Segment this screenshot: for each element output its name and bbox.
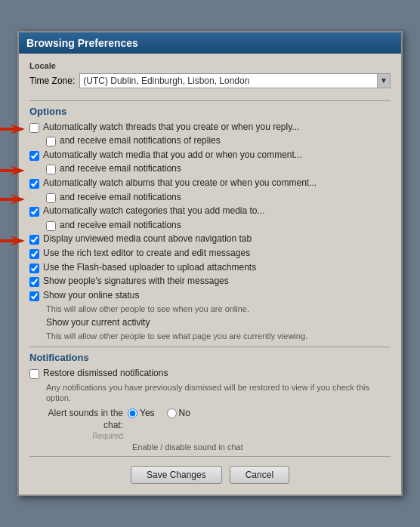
arrow-email-albums [0,193,25,208]
checkbox-restore-notifications[interactable] [29,369,39,379]
checkbox-rich-text[interactable] [29,249,39,259]
checkbox-signatures[interactable] [29,277,39,287]
label-email-albums: and receive email notifications [60,192,181,204]
option-unviewed-count: Display unviewed media count above navig… [29,233,391,245]
svg-marker-2 [0,194,25,205]
checkbox-watch-threads[interactable] [29,123,39,133]
label-online-status: Show your online status [43,290,139,302]
buttons-row: Save Changes Cancel [29,461,391,487]
radio-no-label: No [179,408,190,418]
label-email-categories: and receive email notifications [60,220,181,232]
checkbox-email-albums[interactable] [46,193,56,203]
arrow-email-media [0,164,25,180]
notifications-title: Notifications [29,352,391,363]
arrow-unviewed-count [0,234,25,250]
arrow-watch-threads [0,122,25,138]
restore-note: Any notifications you have previously di… [46,382,391,404]
label-signatures: Show people's signatures with their mess… [43,276,229,288]
option-watch-media: Automatically watch media that you add o… [29,149,391,162]
cancel-button[interactable]: Cancel [230,466,289,484]
timezone-select[interactable]: (UTC) Dublin, Edinburgh, Lisbon, London [79,73,391,88]
label-watch-media: Automatically watch media that you add o… [43,149,302,162]
options-section: Options Automatically watch threads that… [29,100,391,342]
option-email-replies: and receive email notifications of repli… [46,135,391,147]
alert-required-label: Required [29,431,123,441]
checkbox-email-replies[interactable] [46,137,56,146]
checkbox-watch-albums[interactable] [29,179,39,189]
label-watch-categories: Automatically watch categories that you … [43,205,265,217]
option-signatures: Show people's signatures with their mess… [29,276,391,288]
label-flash-uploader: Use the Flash-based uploader to upload a… [43,262,256,274]
alert-note: Enable / disable sound in chat [132,442,391,451]
timezone-label: Time Zone: [29,76,75,86]
locale-row: Time Zone: (UTC) Dublin, Edinburgh, Lisb… [29,73,391,93]
notifications-section: Notifications Restore dismissed notifica… [29,347,391,452]
option-email-media: and receive email notifications [46,163,391,175]
label-watch-albums: Automatically watch albums that you crea… [43,177,317,190]
locale-section-label: Locale [29,61,391,70]
checkbox-watch-categories[interactable] [29,207,39,217]
radio-yes[interactable] [128,408,137,418]
label-unviewed-count: Display unviewed media count above navig… [43,233,252,245]
browsing-preferences-dialog: Browsing Preferences Locale Time Zone: (… [17,31,403,497]
alert-sounds-label: Alert sounds in the chat: Required [29,408,128,441]
checkbox-flash-uploader[interactable] [29,264,39,273]
label-email-media: and receive email notifications [60,163,181,175]
option-watch-categories: Automatically watch categories that you … [29,205,391,217]
alert-row: Alert sounds in the chat: Required Yes N… [29,408,391,441]
svg-marker-0 [0,124,25,134]
option-flash-uploader: Use the Flash-based uploader to upload a… [29,262,391,274]
option-watch-threads: Automatically watch threads that you cre… [29,122,391,134]
checkbox-watch-media[interactable] [29,151,39,161]
label-email-replies: and receive email notifications of repli… [60,135,221,147]
dialog-title: Browsing Preferences [19,32,401,54]
option-online-status: Show your online status [29,290,391,302]
option-current-activity: Show your current activity [46,317,391,329]
radio-no[interactable] [167,408,177,418]
divider [29,456,391,457]
checkbox-email-media[interactable] [46,165,56,174]
checkbox-unviewed-count[interactable] [29,235,39,245]
checkbox-email-categories[interactable] [46,221,56,231]
current-activity-note: This will allow other people to see what… [46,331,391,341]
online-status-note: This will allow other people to see when… [46,304,391,314]
option-email-albums: and receive email notifications [46,192,391,204]
save-button[interactable]: Save Changes [131,466,222,484]
checkbox-online-status[interactable] [29,291,39,301]
option-watch-albums: Automatically watch albums that you crea… [29,177,391,190]
timezone-wrapper: (UTC) Dublin, Edinburgh, Lisbon, London … [79,73,391,88]
radio-no-item: No [167,408,190,418]
option-rich-text: Use the rich text editor to create and e… [29,248,391,260]
svg-marker-3 [0,236,25,246]
radio-yes-item: Yes [128,408,155,418]
options-title: Options [29,106,391,117]
restore-row: Restore dismissed notifications [29,368,391,379]
label-watch-threads: Automatically watch threads that you cre… [43,122,299,134]
radio-group-alert: Yes No [128,408,190,418]
radio-yes-label: Yes [140,408,155,418]
label-current-activity: Show your current activity [46,317,150,329]
restore-label: Restore dismissed notifications [43,368,168,378]
option-email-categories: and receive email notifications [46,220,391,232]
label-rich-text: Use the rich text editor to create and e… [43,248,250,260]
svg-marker-1 [0,165,25,176]
